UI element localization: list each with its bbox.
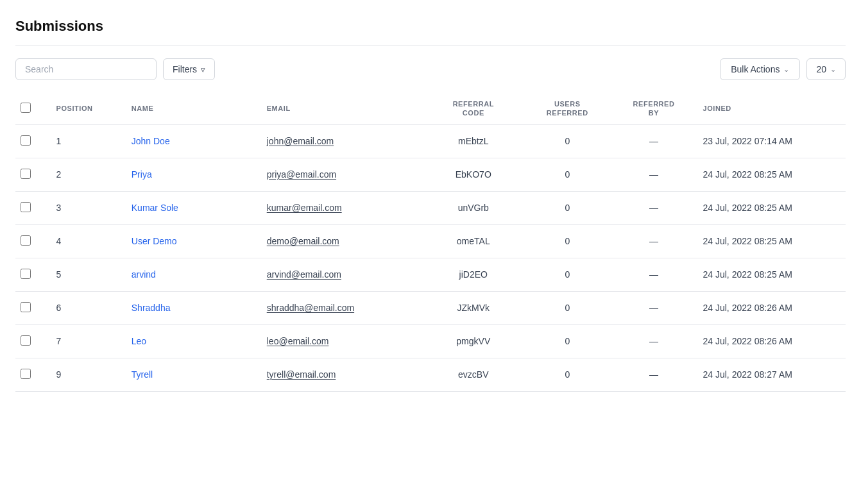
select-all-checkbox[interactable] (21, 103, 31, 113)
header-users-referred: USERS REFERRED (522, 93, 613, 124)
row-referred-by: — (613, 358, 695, 391)
filters-button[interactable]: Filters ▿ (163, 58, 215, 80)
row-name[interactable]: Leo (124, 324, 259, 358)
row-joined: 24 Jul, 2022 08:27 AM (695, 358, 846, 391)
per-page-chevron-icon: ⌄ (830, 65, 836, 74)
header-referred-by: REFERRED BY (613, 93, 695, 124)
row-position: 6 (49, 291, 124, 324)
row-joined: 24 Jul, 2022 08:26 AM (695, 324, 846, 358)
bulk-actions-button[interactable]: Bulk Actions ⌄ (720, 58, 800, 80)
row-users-referred: 0 (522, 324, 613, 358)
row-email[interactable]: arvind@email.com (259, 258, 425, 291)
row-position: 2 (49, 158, 124, 191)
row-email[interactable]: demo@email.com (259, 224, 425, 258)
table-row: 7 Leo leo@email.com pmgkVV 0 — 24 Jul, 2… (15, 324, 846, 358)
row-referral-code: omeTAL (425, 224, 522, 258)
row-joined: 24 Jul, 2022 08:25 AM (695, 258, 846, 291)
page-title: Submissions (15, 18, 846, 46)
row-referred-by: — (613, 258, 695, 291)
per-page-value: 20 (816, 64, 826, 74)
row-checkbox-cell (15, 191, 49, 224)
row-checkbox[interactable] (21, 302, 31, 312)
row-joined: 23 Jul, 2022 07:14 AM (695, 124, 846, 158)
row-referral-code: JZkMVk (425, 291, 522, 324)
row-checkbox[interactable] (21, 335, 31, 346)
toolbar: Filters ▿ Bulk Actions ⌄ 20 ⌄ (15, 58, 846, 80)
row-email[interactable]: kumar@email.com (259, 191, 425, 224)
row-referred-by: — (613, 324, 695, 358)
row-users-referred: 0 (522, 191, 613, 224)
row-referral-code: EbKO7O (425, 158, 522, 191)
table-row: 1 John Doe john@email.com mEbtzL 0 — 23 … (15, 124, 846, 158)
row-checkbox[interactable] (21, 202, 31, 212)
filters-label: Filters (173, 64, 197, 74)
table-row: 2 Priya priya@email.com EbKO7O 0 — 24 Ju… (15, 158, 846, 191)
header-checkbox-col (15, 93, 49, 124)
row-position: 5 (49, 258, 124, 291)
row-checkbox-cell (15, 258, 49, 291)
row-referral-code: unVGrb (425, 191, 522, 224)
search-input[interactable] (15, 58, 157, 80)
table-row: 4 User Demo demo@email.com omeTAL 0 — 24… (15, 224, 846, 258)
header-name: NAME (124, 93, 259, 124)
row-position: 9 (49, 358, 124, 391)
page-wrapper: Submissions Filters ▿ Bulk Actions ⌄ 20 … (0, 0, 861, 504)
row-position: 4 (49, 224, 124, 258)
row-joined: 24 Jul, 2022 08:25 AM (695, 158, 846, 191)
row-checkbox[interactable] (21, 235, 31, 246)
row-email[interactable]: tyrell@email.com (259, 358, 425, 391)
row-name[interactable]: arvind (124, 258, 259, 291)
bulk-actions-label: Bulk Actions (731, 64, 780, 74)
row-name[interactable]: Shraddha (124, 291, 259, 324)
row-checkbox[interactable] (21, 169, 31, 179)
row-joined: 24 Jul, 2022 08:26 AM (695, 291, 846, 324)
row-checkbox[interactable] (21, 269, 31, 279)
row-checkbox-cell (15, 358, 49, 391)
table-row: 3 Kumar Sole kumar@email.com unVGrb 0 — … (15, 191, 846, 224)
row-checkbox[interactable] (21, 369, 31, 379)
filter-icon: ▿ (201, 65, 205, 74)
row-users-referred: 0 (522, 124, 613, 158)
row-name[interactable]: Priya (124, 158, 259, 191)
row-users-referred: 0 (522, 358, 613, 391)
row-name[interactable]: John Doe (124, 124, 259, 158)
header-position: POSITION (49, 93, 124, 124)
row-checkbox-cell (15, 224, 49, 258)
row-users-referred: 0 (522, 291, 613, 324)
row-email[interactable]: john@email.com (259, 124, 425, 158)
row-checkbox-cell (15, 158, 49, 191)
row-email[interactable]: priya@email.com (259, 158, 425, 191)
row-name[interactable]: Tyrell (124, 358, 259, 391)
row-checkbox-cell (15, 324, 49, 358)
row-joined: 24 Jul, 2022 08:25 AM (695, 191, 846, 224)
row-position: 3 (49, 191, 124, 224)
row-referral-code: pmgkVV (425, 324, 522, 358)
row-checkbox-cell (15, 291, 49, 324)
row-email[interactable]: shraddha@email.com (259, 291, 425, 324)
per-page-button[interactable]: 20 ⌄ (806, 58, 846, 80)
header-referral-code: REFERRAL CODE (425, 93, 522, 124)
row-referral-code: evzcBV (425, 358, 522, 391)
bulk-actions-chevron-icon: ⌄ (783, 65, 789, 74)
header-joined: JOINED (695, 93, 846, 124)
header-email: EMAIL (259, 93, 425, 124)
table-header-row: POSITION NAME EMAIL REFERRAL CODE USERS … (15, 93, 846, 124)
row-referred-by: — (613, 191, 695, 224)
row-referred-by: — (613, 291, 695, 324)
row-users-referred: 0 (522, 258, 613, 291)
row-joined: 24 Jul, 2022 08:25 AM (695, 224, 846, 258)
row-users-referred: 0 (522, 158, 613, 191)
row-name[interactable]: Kumar Sole (124, 191, 259, 224)
row-name[interactable]: User Demo (124, 224, 259, 258)
row-referral-code: mEbtzL (425, 124, 522, 158)
row-checkbox[interactable] (21, 135, 31, 146)
table-row: 5 arvind arvind@email.com jiD2EO 0 — 24 … (15, 258, 846, 291)
row-position: 7 (49, 324, 124, 358)
row-referred-by: — (613, 224, 695, 258)
row-email[interactable]: leo@email.com (259, 324, 425, 358)
table-body: 1 John Doe john@email.com mEbtzL 0 — 23 … (15, 124, 846, 391)
row-referred-by: — (613, 124, 695, 158)
submissions-table: POSITION NAME EMAIL REFERRAL CODE USERS … (15, 93, 846, 392)
row-users-referred: 0 (522, 224, 613, 258)
row-checkbox-cell (15, 124, 49, 158)
